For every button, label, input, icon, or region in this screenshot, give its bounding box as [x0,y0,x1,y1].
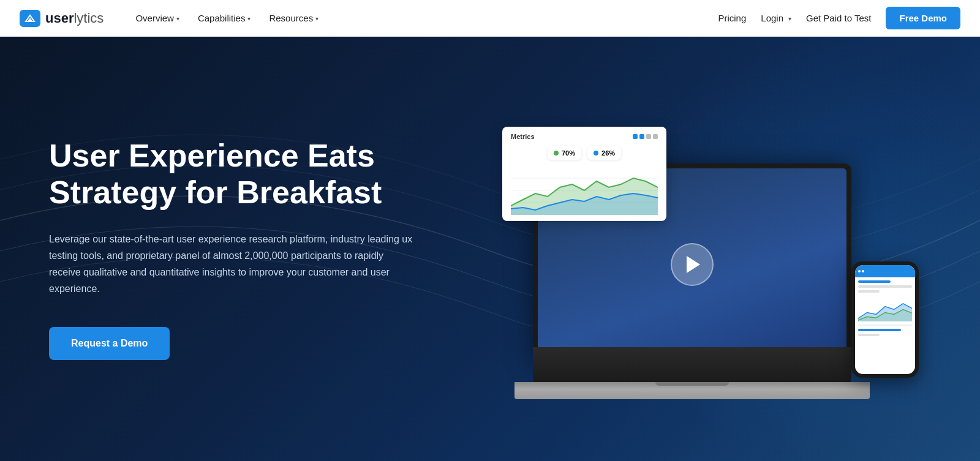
phone-dot-1 [858,270,861,272]
nav-item-pricing[interactable]: Pricing [718,13,746,23]
phone-header [855,265,915,277]
phone-line-6 [858,334,880,336]
badge-dot-blue [594,151,598,156]
phone-line-2 [858,285,912,288]
nav-item-get-paid[interactable]: Get Paid to Test [806,13,871,23]
phone-dot-2 [862,270,864,272]
logo-text: userlytics [45,10,104,26]
hero-visual: Metrics 70% [502,108,931,390]
nav-item-capabilities[interactable]: Capabilities ▾ [190,8,258,28]
metrics-title-bar: Metrics [511,133,658,140]
logo[interactable]: userlytics [20,10,104,27]
nav-item-login[interactable]: Login ▾ [761,13,791,23]
free-demo-button[interactable]: Free Demo [886,7,960,29]
chevron-down-icon: ▾ [247,15,251,22]
navbar-right: Pricing Login ▾ Get Paid to Test Free De… [718,7,960,29]
metrics-dot-3 [646,134,651,139]
laptop-base [514,382,870,399]
metrics-chart [511,166,658,215]
hero-subtitle: Leverage our state-of-the-art user exper… [49,231,417,298]
hero-text-block: User Experience Eats Strategy for Breakf… [49,138,466,359]
phone-mockup [851,261,919,378]
video-play-button[interactable] [671,243,714,286]
chevron-down-icon: ▾ [315,15,318,22]
phone-chart [858,298,912,322]
hero-content: User Experience Eats Strategy for Breakf… [0,108,980,390]
metrics-dot-1 [633,134,638,139]
chevron-down-icon: ▾ [176,15,179,22]
floating-metrics-panel: Metrics 70% [502,127,666,221]
nav-links-left: Overview ▾ Capabilities ▾ Resources ▾ [128,8,326,28]
phone-line-3 [858,290,880,293]
request-demo-button[interactable]: Request a Demo [49,327,170,360]
phone-line-1 [858,280,891,283]
device-mockup: Metrics 70% [514,108,919,390]
metrics-label: Metrics [511,133,535,140]
metrics-dot-2 [639,134,644,139]
hero-section: User Experience Eats Strategy for Breakf… [0,37,980,461]
navbar: userlytics Overview ▾ Capabilities ▾ Res… [0,0,980,37]
logo-icon [20,10,40,27]
metrics-dots [633,134,658,139]
phone-line-4 [858,324,912,326]
phone-screen [855,265,915,374]
phone-content [855,277,915,374]
metrics-badge-2: 26% [587,146,621,160]
metrics-badges: 70% 26% [511,146,658,160]
metrics-dot-4 [653,134,658,139]
nav-item-overview[interactable]: Overview ▾ [128,8,187,28]
laptop-base-line [655,382,729,386]
metrics-badge-1: 70% [548,146,581,160]
laptop-keyboard [533,347,851,384]
navbar-left: userlytics Overview ▾ Capabilities ▾ Res… [20,8,326,28]
badge-dot-green [554,151,559,156]
logo-svg-icon [24,14,36,23]
phone-line-5 [858,329,901,331]
hero-title: User Experience Eats Strategy for Breakf… [49,138,466,211]
chevron-down-icon: ▾ [788,15,791,22]
nav-item-resources[interactable]: Resources ▾ [262,8,326,28]
laptop-mockup: Metrics 70% [514,145,870,390]
